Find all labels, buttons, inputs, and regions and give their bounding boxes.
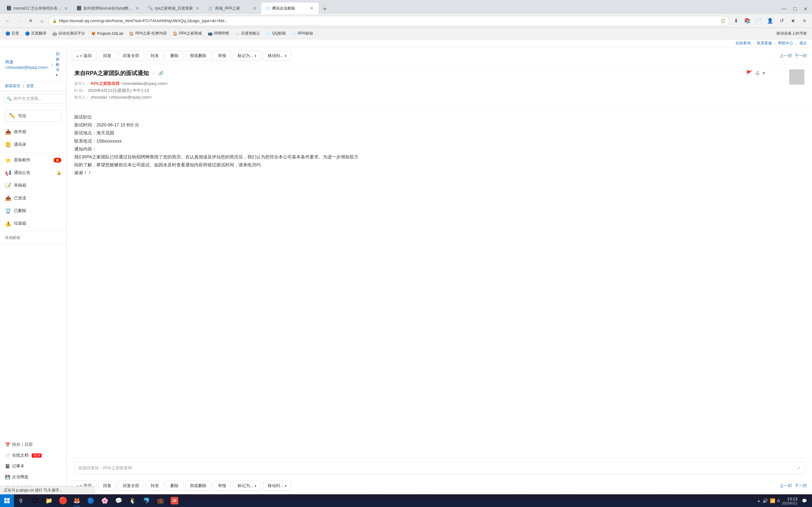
sidebar-item-drafts[interactable]: 📝 草稿箱: [0, 179, 66, 192]
report-button-bottom[interactable]: 举报: [213, 481, 231, 491]
browser-tab-4[interactable]: 🛒 商城_RPA之家 ✕: [204, 3, 261, 14]
browser-tab-5[interactable]: ✉️ 腾讯企业邮箱 ✕: [261, 3, 318, 14]
start-button[interactable]: [0, 494, 14, 507]
taskbar-app-chrome[interactable]: 🔵: [84, 494, 98, 507]
bookmark-rpahome[interactable]: 🏠 RPA之家-织梦内容: [126, 30, 170, 38]
menu-button[interactable]: ≡: [799, 16, 809, 26]
address-bar[interactable]: 🔒 https://exmail.qq.com/cgi-bin/frame_ht…: [48, 16, 729, 26]
taskbar-app-filemanager[interactable]: 📁: [42, 494, 56, 507]
forward-button[interactable]: →: [14, 16, 24, 26]
forward-button[interactable]: 转发: [146, 51, 164, 61]
taskbar-app-qq[interactable]: 🐧: [125, 494, 140, 507]
print-icon[interactable]: 🖨: [755, 70, 760, 76]
sidebar-item-spam[interactable]: ⚠️ 垃圾箱: [0, 217, 66, 230]
input-method-icon[interactable]: A: [777, 498, 780, 503]
tab5-close-icon[interactable]: ✕: [309, 5, 315, 11]
minimize-button[interactable]: ─: [779, 4, 789, 14]
new-tab-button[interactable]: +: [320, 4, 330, 14]
email-star-button[interactable]: ☆: [151, 70, 156, 76]
sidebar-item-online-doc[interactable]: 📄 在线文档 NEW: [0, 450, 66, 461]
reply-input-area[interactable]: 快捷回复给：RPA之家陈老师 ⤢: [74, 462, 804, 474]
prev-email-button[interactable]: 上一封: [780, 53, 792, 59]
browser-tab-2[interactable]: 🗄️ 如何使用Navicat在mysql数… ✕: [72, 3, 144, 14]
move-to-button-bottom[interactable]: 移动到... ▾: [263, 481, 291, 491]
reply-all-button[interactable]: 回复全部: [118, 51, 144, 61]
reply-button-bottom[interactable]: 回复: [98, 481, 116, 491]
taskbar-app-7[interactable]: 🐬: [140, 494, 154, 507]
bookmark-baidu[interactable]: 🔵 百度: [3, 30, 21, 38]
network-icon[interactable]: 📶: [770, 498, 775, 503]
email-link-icon[interactable]: 🔗: [158, 71, 164, 76]
user-name-link[interactable]: 周潇<zhouxiao@rpazj.com>: [5, 59, 49, 70]
taskbar-clock[interactable]: 13:13 2020/6/21: [782, 497, 798, 505]
sidebar-item-inbox[interactable]: 📥 收件箱: [0, 125, 66, 138]
browser-tab-3[interactable]: 🔍 rpa之家商城_百度搜索 ✕: [144, 3, 204, 14]
tab3-close-icon[interactable]: ✕: [195, 5, 200, 11]
tab1-close-icon[interactable]: ✕: [63, 5, 69, 11]
other-mailbox-item[interactable]: 其他邮箱: [0, 233, 66, 243]
download-button[interactable]: ⬇: [731, 16, 741, 26]
header-logout[interactable]: 退出: [799, 41, 807, 46]
mark-as-button[interactable]: 标记为... ▾: [233, 51, 261, 61]
settings-link[interactable]: 设置: [26, 83, 34, 89]
header-contact-service[interactable]: 联系客服: [757, 41, 772, 46]
taskbar-app-8[interactable]: 💼: [154, 494, 167, 507]
refresh-button[interactable]: ↺: [776, 16, 786, 26]
sidebar-item-enterprise-disk[interactable]: 💾 企业网盘: [0, 471, 66, 482]
mailbox-home-link[interactable]: 邮箱首页: [5, 83, 20, 89]
search-input[interactable]: 邮件全文搜索...: [14, 96, 69, 101]
bookmark-bilibili[interactable]: 📺 哔哩哔哩: [205, 30, 232, 38]
header-help[interactable]: 帮助中心: [778, 41, 793, 46]
next-email-button[interactable]: 下一封: [795, 53, 807, 59]
tab4-close-icon[interactable]: ✕: [252, 5, 258, 11]
bookmark-rpamail[interactable]: ✉️ RPA邮箱: [289, 30, 316, 38]
bookmark-qqmail[interactable]: ✉️ QQ邮箱: [263, 30, 288, 38]
delete-perm-button-bottom[interactable]: 彻底删除: [185, 481, 211, 491]
sidebar-item-trash[interactable]: 🗑️ 已删除: [0, 205, 66, 217]
sidebar-item-todo[interactable]: 📅 待办｜日历: [0, 439, 66, 450]
delete-perm-button[interactable]: 彻底删除: [185, 51, 211, 61]
browser-tab-1[interactable]: 🗄️ navicat12 怎么单独同步表… ✕: [3, 3, 72, 14]
reply-all-button-bottom[interactable]: 回复全部: [118, 481, 144, 491]
taskbar-app-1[interactable]: 🔴: [56, 494, 70, 507]
taskbar-view-button[interactable]: ❑: [28, 494, 42, 507]
more-icon[interactable]: ▾: [763, 70, 765, 76]
report-button[interactable]: 举报: [213, 51, 231, 61]
sidebar-item-notes[interactable]: 📓 记事本: [0, 461, 66, 471]
back-button[interactable]: « « 返回: [72, 51, 96, 61]
bookmark-star-button[interactable]: ★: [788, 16, 798, 26]
tray-icon-1[interactable]: ▲: [757, 499, 761, 503]
sidebar-item-sent[interactable]: 📤 已发送: [0, 192, 66, 205]
history-button[interactable]: 📚: [742, 16, 752, 26]
bookmark-gitlab[interactable]: 🦊 Projects-GitLab: [88, 30, 126, 38]
notification-center-button[interactable]: 💬: [799, 494, 809, 507]
bookmark-baiducloud[interactable]: ☁️ 百度智能云: [232, 30, 263, 38]
home-button[interactable]: ⌂: [37, 16, 47, 26]
sidebar-item-announcement[interactable]: 📢 通知公告 🔔: [0, 166, 66, 179]
mark-as-button-bottom[interactable]: 标记为... ▾: [233, 481, 261, 491]
flag-icon[interactable]: 🚩: [746, 70, 752, 76]
tab2-close-icon[interactable]: ✕: [135, 5, 140, 11]
bookmark-rpashop[interactable]: 🏠 RPA之家商城: [170, 30, 204, 38]
volume-icon[interactable]: 🔊: [763, 498, 768, 503]
close-button[interactable]: ✕: [801, 4, 811, 14]
forward-button-bottom[interactable]: 转发: [146, 481, 164, 491]
taskbar-app-4[interactable]: 🌸: [98, 494, 112, 507]
prev-email-button-bottom[interactable]: 上一封: [780, 483, 792, 489]
delete-button[interactable]: 删除: [165, 51, 183, 61]
maximize-button[interactable]: ☐: [790, 4, 800, 14]
taskbar-app-ui[interactable]: Ui: [167, 494, 182, 507]
reload-stop-button[interactable]: ✕: [26, 16, 36, 26]
back-button[interactable]: ←: [3, 16, 13, 26]
user-button[interactable]: 👤: [765, 16, 775, 26]
switch-account-button[interactable]: 切换帐号 ▾: [56, 51, 61, 77]
bookmark-autotest[interactable]: 🤖 自动化测试平台: [49, 30, 88, 38]
compose-button[interactable]: ✏️ 写信: [5, 110, 61, 122]
taskbar-app-wechat[interactable]: 💬: [112, 494, 125, 507]
delete-button-bottom[interactable]: 删除: [165, 481, 183, 491]
bookmark-translate[interactable]: 🔵 百度翻译: [22, 30, 49, 38]
move-to-button[interactable]: 移动到... ▾: [263, 51, 291, 61]
header-self-service[interactable]: 自助查询: [735, 41, 751, 46]
taskbar-app-firefox[interactable]: 🦊: [70, 494, 84, 507]
taskbar-search-button[interactable]: ⚲: [14, 494, 28, 507]
